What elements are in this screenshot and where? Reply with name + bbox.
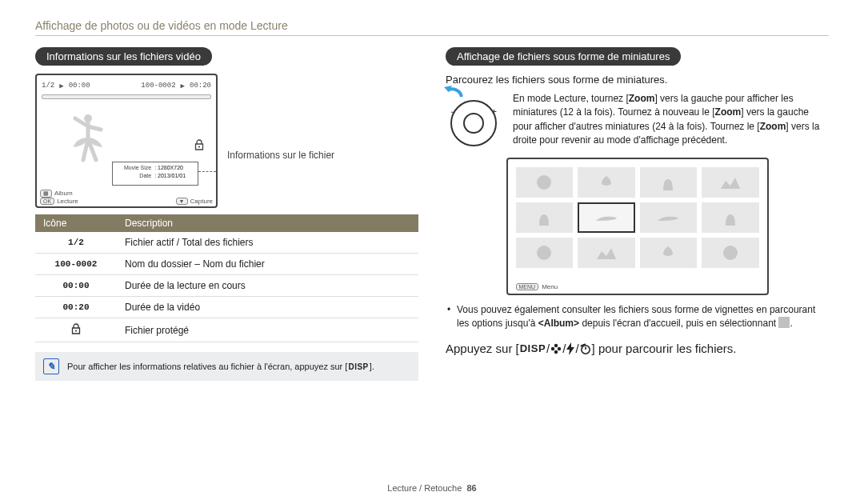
disp-label: DISP [347, 362, 369, 371]
cap-badge: ▼ [176, 198, 188, 205]
play-icon: ▶ [59, 82, 63, 90]
columns: Informations sur les fichiers vidéo 1/2 … [35, 47, 829, 480]
flower-icon [550, 342, 562, 358]
zoom-dial-row: − + En mode Lecture, tournez [Zoom] vers… [446, 92, 829, 148]
rotate-left-arrow-icon [442, 86, 465, 104]
file-info-popup: Movie Size: 1280X720 Date: 2013/01/01 [112, 162, 198, 186]
note-box: ✎ Pour afficher les informations relativ… [35, 352, 418, 381]
play-icon-2: ▶ [181, 82, 185, 90]
album-badge: ▦ [40, 190, 52, 198]
album-label: Album [54, 190, 73, 197]
dancer-icon [72, 112, 107, 167]
svg-point-3 [537, 175, 551, 190]
svg-point-10 [555, 347, 558, 350]
progress-bar [42, 94, 211, 99]
thumbnail-screen: MENUMenu [506, 158, 769, 295]
lecture-label: Lecture [57, 198, 78, 205]
svg-point-9 [558, 347, 561, 350]
table-row: 100-0002Nom du dossier – Nom du fichier [35, 254, 418, 275]
thumb-item [640, 202, 698, 233]
time-total: 00:20 [190, 82, 211, 90]
page-footer: Lecture / Retouche 86 [35, 483, 829, 493]
lock-icon [70, 327, 82, 337]
lock-icon [194, 139, 205, 153]
thumb-item-selected [578, 202, 635, 233]
table-row: Fichier protégé [35, 318, 418, 342]
note-text: Pour afficher les informations relatives… [67, 362, 374, 371]
svg-point-4 [537, 246, 551, 260]
bullet-1: Vous pouvez également consulter les fich… [446, 303, 829, 331]
left-heading: Informations sur les fichiers vidéo [35, 47, 212, 66]
thumb-item [516, 167, 574, 198]
folder-file: 100-0002 [141, 82, 175, 90]
dial-text: En mode Lecture, tournez [Zoom] vers la … [513, 92, 829, 148]
th-icon: Icône [35, 214, 117, 232]
menu-badge: MENU [516, 283, 539, 290]
thumb-item [702, 238, 759, 268]
zoom-dial: − + [446, 92, 502, 146]
thumb-item [702, 202, 759, 233]
svg-point-2 [75, 330, 77, 331]
footer-section: Lecture / Retouche [387, 483, 462, 493]
table-row: 1/2Fichier actif / Total des fichiers [35, 232, 418, 254]
capture-label: Capture [190, 198, 213, 205]
timer-icon [579, 342, 592, 358]
footer-page-number: 86 [466, 483, 476, 493]
th-desc: Description [117, 214, 418, 232]
thumb-item [578, 238, 635, 268]
thumb-item [516, 238, 574, 268]
svg-point-8 [551, 347, 554, 350]
thumbnail-grid [516, 167, 759, 268]
video-info-mock: 1/2 ▶ 00:00 100-0002 ▶ 00:20 [35, 74, 418, 208]
svg-point-6 [554, 344, 558, 347]
thumb-item [578, 167, 635, 198]
right-heading: Affichage de fichiers sous forme de mini… [446, 47, 681, 66]
thumb-item [516, 202, 574, 233]
dial-ring [450, 100, 497, 146]
video-screen: 1/2 ▶ 00:00 100-0002 ▶ 00:20 [35, 74, 218, 208]
thumb-item [640, 167, 698, 198]
right-column: Affichage de fichiers sous forme de mini… [446, 47, 829, 358]
right-subtitle: Parcourez les fichiers sous forme de min… [446, 74, 829, 86]
counter: 1/2 [42, 82, 54, 90]
table-row: 00:20Durée de la vidéo [35, 297, 418, 318]
navigate-instruction: Appuyez sur [DISP///] pour parcourir les… [446, 342, 829, 358]
title-divider [35, 35, 829, 36]
ok-badge: OK [40, 198, 54, 205]
left-column: Informations sur les fichiers vidéo 1/2 … [35, 47, 418, 381]
thumb-item [640, 238, 698, 268]
page-title: Affichage de photos ou de vidéos en mode… [35, 19, 829, 32]
app-tile-icon [778, 317, 790, 328]
thumb-item [702, 167, 759, 198]
icon-description-table: Icône Description 1/2Fichier actif / Tot… [35, 214, 418, 342]
info-icon: ✎ [43, 358, 59, 374]
time-elapsed: 00:00 [69, 82, 90, 90]
svg-point-7 [554, 350, 558, 354]
callout-leader [198, 171, 216, 173]
table-row: 00:00Durée de la lecture en cours [35, 275, 418, 297]
disp-label: DISP [519, 342, 546, 354]
svg-point-5 [723, 246, 738, 260]
flash-icon [566, 342, 575, 358]
file-info-callout: Informations sur le fichier [227, 150, 334, 161]
svg-point-1 [198, 146, 200, 147]
menu-label: Menu [542, 283, 558, 290]
